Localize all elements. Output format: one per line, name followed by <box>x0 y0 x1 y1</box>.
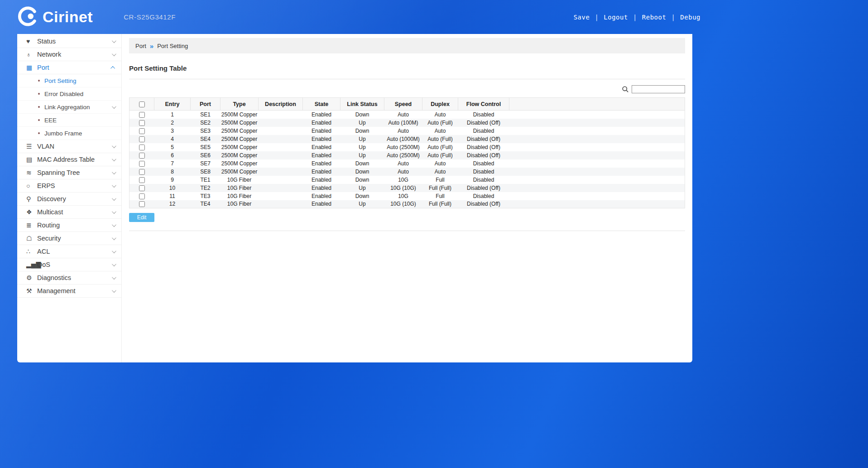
management-icon: ⚒ <box>26 287 37 294</box>
cell-description <box>259 184 303 192</box>
top-link-debug[interactable]: Debug <box>680 14 700 21</box>
table-row: 8SE82500M CopperEnabledDownAutoAutoDisab… <box>129 168 685 176</box>
cell-description <box>259 151 303 159</box>
cell-duplex: Full <box>422 192 458 200</box>
row-checkbox[interactable] <box>139 112 145 118</box>
table-row: 2SE22500M CopperEnabledUpAuto (100M)Auto… <box>129 119 685 127</box>
column-header-duplex: Duplex <box>422 98 458 111</box>
sidebar-item-label: ERPS <box>37 182 55 189</box>
breadcrumb-parent[interactable]: Port <box>135 43 146 49</box>
bullet-icon <box>38 93 40 95</box>
sidebar-subitem-link-aggregation[interactable]: Link Aggregation <box>17 101 121 114</box>
cell-description <box>259 159 303 168</box>
cell-duplex: Auto (Full) <box>422 151 458 159</box>
row-checkbox[interactable] <box>139 193 145 199</box>
sidebar-item-mac-address-table[interactable]: ▤MAC Address Table <box>17 153 121 166</box>
table-header: EntryPortTypeDescriptionStateLink Status… <box>129 98 685 111</box>
sidebar-item-label: Security <box>37 235 61 242</box>
sidebar-item-spanning-tree[interactable]: ≋Spanning Tree <box>17 166 121 179</box>
row-select-cell <box>129 200 154 208</box>
column-header-flow-control: Flow Control <box>458 98 509 111</box>
row-checkbox[interactable] <box>139 185 145 191</box>
top-link-save[interactable]: Save <box>574 14 590 21</box>
vlan-icon: ☰ <box>26 143 37 150</box>
erps-icon: ○ <box>26 182 37 189</box>
page-title: Port Setting Table <box>129 64 685 79</box>
edit-button[interactable]: Edit <box>129 213 154 222</box>
column-header-link-status: Link Status <box>340 98 384 111</box>
cell-speed: Auto <box>384 159 422 168</box>
sidebar-item-acl[interactable]: ∴ACL <box>17 245 121 258</box>
cell-duplex: Auto <box>422 111 458 119</box>
sidebar-item-diagnostics[interactable]: ⚙Diagnostics <box>17 271 121 285</box>
chevron-down-icon <box>112 222 116 227</box>
search-input[interactable] <box>632 85 685 93</box>
sidebar-subitem-jumbo-frame[interactable]: Jumbo Frame <box>17 127 121 140</box>
cell-link-status: Up <box>340 184 384 192</box>
row-filler-cell <box>509 159 685 168</box>
cell-link-status: Down <box>340 176 384 184</box>
sidebar-item-vlan[interactable]: ☰VLAN <box>17 140 121 153</box>
cell-flow-control: Disabled (Off) <box>458 119 509 127</box>
top-links: Save|Logout|Reboot|Debug <box>574 14 700 21</box>
cell-flow-control: Disabled <box>458 168 509 176</box>
table-row: 11TE310G FiberEnabledDown10GFullDisabled <box>129 192 685 200</box>
row-checkbox[interactable] <box>139 120 145 126</box>
row-checkbox[interactable] <box>139 128 145 134</box>
cell-flow-control: Disabled <box>458 176 509 184</box>
cell-speed: Auto (2500M) <box>384 151 422 159</box>
cell-flow-control: Disabled <box>458 192 509 200</box>
sidebar-item-management[interactable]: ⚒Management <box>17 285 121 298</box>
sidebar-item-routing[interactable]: ≣Routing <box>17 219 121 232</box>
cell-type: 10G Fiber <box>221 176 259 184</box>
row-select-cell <box>129 143 154 151</box>
cell-description <box>259 119 303 127</box>
mac-table-icon: ▤ <box>26 156 37 163</box>
sidebar-item-port[interactable]: ▦Port <box>17 61 121 74</box>
sidebar-item-discovery[interactable]: ⚲Discovery <box>17 193 121 206</box>
row-filler-cell <box>509 127 685 135</box>
row-checkbox[interactable] <box>139 161 145 167</box>
main-content: Port » Port Setting Port Setting Table <box>121 34 692 362</box>
sidebar-item-security[interactable]: ☖Security <box>17 232 121 245</box>
chevron-down-icon <box>112 262 116 266</box>
select-all-checkbox[interactable] <box>139 101 145 107</box>
sidebar-item-label: Routing <box>37 222 60 229</box>
cirinet-logo-icon <box>17 6 38 29</box>
bullet-icon <box>38 106 40 108</box>
sidebar-item-erps[interactable]: ○ERPS <box>17 179 121 193</box>
top-link-logout[interactable]: Logout <box>604 14 628 21</box>
column-header-description: Description <box>259 98 303 111</box>
sidebar-subitem-label: Port Setting <box>44 77 77 84</box>
sidebar-item-label: ACL <box>37 248 50 255</box>
cell-type: 2500M Copper <box>221 119 259 127</box>
top-link-reboot[interactable]: Reboot <box>642 14 667 21</box>
cell-duplex: Full <box>422 176 458 184</box>
sidebar-item-network[interactable]: ♁Network <box>17 48 121 61</box>
cell-entry: 5 <box>154 143 191 151</box>
table-row: 1SE12500M CopperEnabledDownAutoAutoDisab… <box>129 111 685 119</box>
cell-duplex: Auto (Full) <box>422 119 458 127</box>
cell-speed: 10G (10G) <box>384 184 422 192</box>
sidebar-subitem-error-disabled[interactable]: Error Disabled <box>17 87 121 101</box>
row-checkbox[interactable] <box>139 177 145 183</box>
cell-type: 2500M Copper <box>221 151 259 159</box>
sidebar-item-multicast[interactable]: ❖Multicast <box>17 206 121 219</box>
top-link-separator: | <box>671 14 675 21</box>
sidebar-item-qos[interactable]: ▂▅▇QoS <box>17 258 121 271</box>
row-checkbox[interactable] <box>139 145 145 150</box>
row-checkbox[interactable] <box>139 201 145 207</box>
row-checkbox[interactable] <box>139 153 145 159</box>
sidebar-subitem-port-setting[interactable]: Port Setting <box>17 74 121 87</box>
sidebar-item-status[interactable]: ♥Status <box>17 35 121 48</box>
cell-speed: Auto <box>384 111 422 119</box>
cell-state: Enabled <box>303 176 340 184</box>
row-checkbox[interactable] <box>139 136 145 142</box>
cell-state: Enabled <box>303 119 340 127</box>
cell-state: Enabled <box>303 192 340 200</box>
row-select-cell <box>129 168 154 176</box>
row-checkbox[interactable] <box>139 169 145 175</box>
sidebar-subitem-eee[interactable]: EEE <box>17 114 121 127</box>
row-select-cell <box>129 159 154 168</box>
cell-speed: Auto (2500M) <box>384 143 422 151</box>
